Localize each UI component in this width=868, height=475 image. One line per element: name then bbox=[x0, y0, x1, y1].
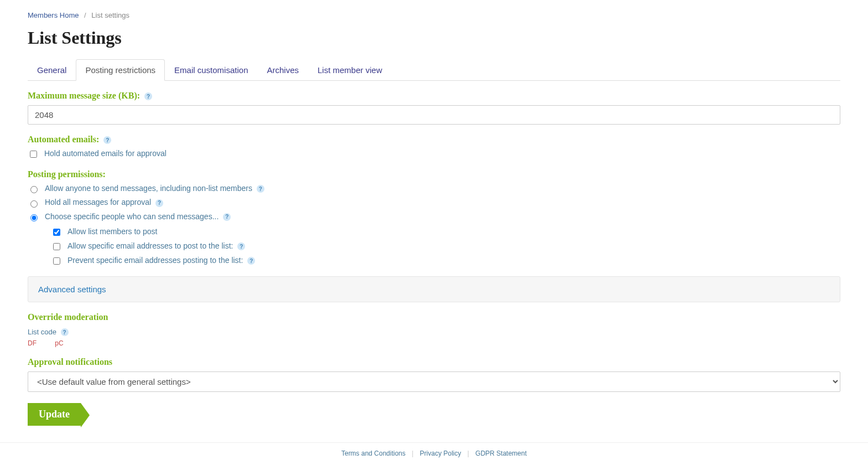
breadcrumb: Members Home / List settings bbox=[28, 11, 840, 19]
tab-general[interactable]: General bbox=[28, 59, 76, 81]
tabs-container: General Posting restrictions Email custo… bbox=[28, 59, 840, 81]
list-code-label: List code ? bbox=[28, 328, 840, 337]
prevent-specific-post-checkbox[interactable] bbox=[53, 257, 60, 265]
list-codes: DF pC bbox=[28, 339, 840, 347]
help-icon[interactable]: ? bbox=[247, 257, 255, 265]
help-icon[interactable]: ? bbox=[237, 242, 245, 250]
update-button[interactable]: Update bbox=[28, 403, 81, 426]
footer-terms-link[interactable]: Terms and Conditions bbox=[341, 450, 406, 457]
tab-list-member-view[interactable]: List member view bbox=[308, 59, 392, 81]
page-title: List Settings bbox=[28, 28, 840, 48]
posting-sub-options: Allow list members to post Allow specifi… bbox=[51, 227, 840, 266]
allow-specific-post-checkbox[interactable] bbox=[53, 243, 60, 250]
help-icon[interactable]: ? bbox=[61, 328, 69, 336]
advanced-settings-link[interactable]: Advanced settings bbox=[38, 285, 106, 294]
hold-automated-checkbox[interactable] bbox=[30, 151, 37, 158]
hold-automated-label: Hold automated emails for approval bbox=[44, 149, 167, 158]
posting-choose-specific-radio[interactable] bbox=[30, 214, 38, 221]
approval-notifications-label: Approval notifications bbox=[28, 357, 840, 367]
allow-specific-post-label: Allow specific email addresses to post t… bbox=[67, 241, 233, 250]
breadcrumb-separator: / bbox=[84, 11, 86, 19]
tab-email-customisation[interactable]: Email customisation bbox=[165, 59, 257, 81]
tab-posting-restrictions[interactable]: Posting restrictions bbox=[76, 59, 165, 81]
max-message-size-input[interactable] bbox=[28, 105, 840, 125]
posting-choose-specific-label: Choose specific people who can send mess… bbox=[45, 212, 219, 221]
breadcrumb-home-link[interactable]: Members Home bbox=[28, 11, 79, 19]
breadcrumb-current: List settings bbox=[91, 11, 129, 19]
advanced-settings-panel: Advanced settings bbox=[28, 276, 840, 302]
override-moderation-label: Override moderation bbox=[28, 312, 840, 322]
footer: Terms and Conditions | Privacy Policy | … bbox=[0, 442, 868, 464]
list-code-2: pC bbox=[55, 339, 63, 347]
help-icon[interactable]: ? bbox=[103, 136, 111, 144]
allow-members-post-label: Allow list members to post bbox=[67, 227, 158, 236]
automated-emails-label: Automated emails: ? bbox=[28, 135, 840, 144]
allow-members-post-checkbox[interactable] bbox=[53, 229, 60, 236]
posting-permissions-label: Posting permissions: bbox=[28, 169, 840, 179]
posting-hold-all-label: Hold all messages for approval bbox=[45, 198, 151, 206]
footer-privacy-link[interactable]: Privacy Policy bbox=[420, 450, 461, 457]
tab-archives[interactable]: Archives bbox=[257, 59, 308, 81]
help-icon[interactable]: ? bbox=[223, 213, 231, 221]
posting-hold-all-radio[interactable] bbox=[30, 200, 38, 208]
footer-gdpr-link[interactable]: GDPR Statement bbox=[475, 450, 527, 457]
posting-allow-anyone-label: Allow anyone to send messages, including… bbox=[45, 184, 252, 193]
help-icon[interactable]: ? bbox=[155, 199, 163, 207]
max-message-size-label: Maximum message size (KB): ? bbox=[28, 91, 840, 101]
approval-notifications-select[interactable]: <Use default value from general settings… bbox=[28, 371, 840, 392]
list-code-1: DF bbox=[28, 339, 37, 347]
prevent-specific-post-label: Prevent specific email addresses posting… bbox=[67, 256, 243, 265]
posting-allow-anyone-radio[interactable] bbox=[30, 186, 38, 193]
help-icon[interactable]: ? bbox=[257, 185, 264, 193]
help-icon[interactable]: ? bbox=[144, 92, 152, 100]
